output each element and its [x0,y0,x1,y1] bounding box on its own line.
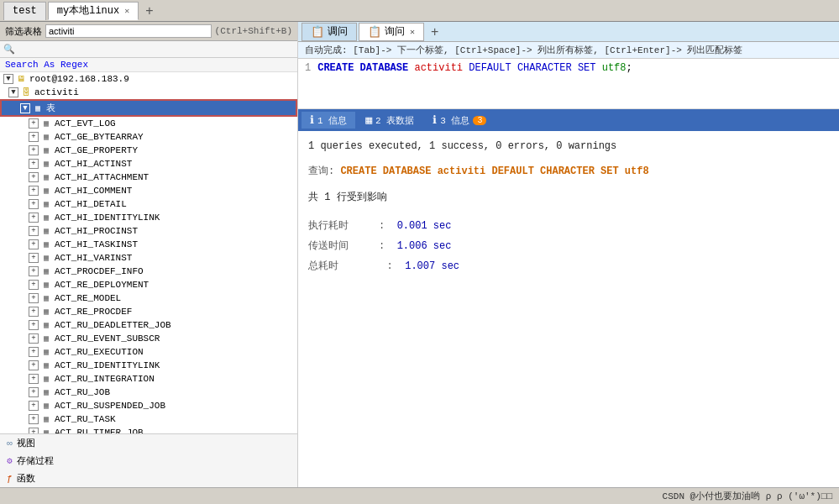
query-tab-2[interactable]: 📋 询问 ✕ [359,23,424,41]
table-icon-17: ▦ [40,346,52,358]
filter-icon: 🔍 [3,44,15,55]
result-query-sql-text: CREATE DATABASE activiti DEFAULT CHARACT… [340,165,648,177]
table-expander-22: + [29,414,39,424]
filter-bar: 筛选表格 (Ctrl+Shift+B) [0,22,297,41]
table-icon-14: ▦ [40,306,52,318]
table-icon-2: ▦ [40,144,52,156]
table-label-13: ACT_RE_MODEL [55,293,121,303]
table-list: + ▦ ACT_EVT_LOG + ▦ ACT_GE_BYTEARRAY + ▦… [0,117,297,433]
tree-node-table-16[interactable]: + ▦ ACT_RU_EVENT_SUBSCR [0,332,297,345]
tree-node-table-1[interactable]: + ▦ ACT_GE_BYTEARRAY [0,130,297,144]
result-area: ℹ 1 信息 ▦ 2 表数据 ℹ 3 信息 3 1 queries execut… [298,109,839,487]
tree-node-table-17[interactable]: + ▦ ACT_RU_EXECUTION [0,345,297,359]
table-icon-15: ▦ [40,319,52,331]
table-label-22: ACT_RU_TASK [55,414,116,424]
table-label-11: ACT_PROCDEF_INFO [55,266,144,276]
main-content: 筛选表格 (Ctrl+Shift+B) 🔍 Search As Regex ▼ … [0,22,839,487]
result-summary: 1 queries executed, 1 success, 0 errors,… [308,138,829,156]
result-content: 1 queries executed, 1 success, 0 errors,… [298,131,839,487]
table-icon-11: ▦ [40,265,52,277]
result-affected-row: 共 1 行受到影响 [308,189,829,207]
query-tab-1-label: 调问 [328,24,348,39]
query-tab-add-button[interactable]: + [426,24,443,39]
tab-test[interactable]: test [3,2,46,20]
tree-node-table-12[interactable]: + ▦ ACT_RE_DEPLOYMENT [0,278,297,291]
tree-node-table-20[interactable]: + ▦ ACT_RU_JOB [0,386,297,399]
autocomplete-hint: 自动完成: [Tab]-> 下一个标签, [Ctrl+Space]-> 列出所有… [305,45,742,55]
result-transfer-sep: : [354,240,391,252]
tree-node-table-6[interactable]: + ▦ ACT_HI_DETAIL [0,197,297,211]
table-icon-10: ▦ [40,252,52,264]
query-tab-2-close[interactable]: ✕ [410,27,415,37]
tree-node-table-22[interactable]: + ▦ ACT_RU_TASK [0,412,297,426]
table-icon-19: ▦ [40,373,52,385]
tree-node-table-3[interactable]: + ▦ ACT_HI_ACTINST [0,157,297,171]
tree-node-table-23[interactable]: + ▦ ACT_RU_TIMER_JOB [0,426,297,433]
result-query-row: 查询: CREATE DATABASE activiti DEFAULT CHA… [308,163,829,181]
result-total-label: 总耗时 [308,260,338,272]
tree-node-table-9[interactable]: + ▦ ACT_HI_TASKINST [0,238,297,251]
query-tab-2-label: 询问 [385,24,405,39]
result-total-sep: : [344,260,399,272]
function-icon: ƒ [7,474,13,484]
result-tab-bar: ℹ 1 信息 ▦ 2 表数据 ℹ 3 信息 3 [298,109,839,131]
table-label-7: ACT_HI_IDENTITYLINK [55,213,160,223]
table-expander-5: + [29,186,39,196]
tab-linux[interactable]: my本地linux ✕ [48,2,139,20]
status-text: CSDN @小付也要加油哟 ρ ρ ('ω'*)□□ [663,490,832,502]
table-icon-1: ▦ [40,131,52,143]
sql-create: CREATE DATABASE [317,62,408,74]
tree-node-table-4[interactable]: + ▦ ACT_HI_ATTACHMENT [0,171,297,184]
sql-semi: ; [627,62,632,74]
main-tab-bar: test my本地linux ✕ + [0,0,839,22]
tree-node-db[interactable]: ▼ 🗄 activiti [0,86,297,99]
procedure-icon: ⚙ [7,455,13,466]
tree-node-table-5[interactable]: + ▦ ACT_HI_COMMENT [0,184,297,197]
tree-node-table-14[interactable]: + ▦ ACT_RE_PROCDEF [0,305,297,318]
table-label-17: ACT_RU_EXECUTION [55,347,144,357]
tree-node-table-18[interactable]: + ▦ ACT_RU_IDENTITYLINK [0,359,297,372]
tab-test-label: test [13,5,37,17]
tree-node-table-group[interactable]: ▼ ▦ 表 [0,99,297,117]
table-expander-21: + [29,401,39,411]
table-label-6: ACT_HI_DETAIL [55,199,127,209]
table-expander-2: + [29,145,39,155]
left-bottom-procedure[interactable]: ⚙ 存储过程 [0,452,297,470]
tree-node-table-11[interactable]: + ▦ ACT_PROCDEF_INFO [0,265,297,278]
query-editor[interactable]: 1CREATE DATABASE activiti DEFAULT CHARAC… [298,59,839,109]
tree-node-table-21[interactable]: + ▦ ACT_RU_SUSPENDED_JOB [0,399,297,412]
tree-node-root[interactable]: ▼ 🖥 root@192.168.183.9 [0,72,297,86]
table-expander-7: + [29,213,39,223]
result-tab-info2-label: 3 信息 [440,114,469,127]
table-label-2: ACT_GE_PROPERTY [55,145,138,155]
table-expander-13: + [29,293,39,303]
query-tab-1[interactable]: 📋 调问 [302,23,357,41]
tree-node-table-15[interactable]: + ▦ ACT_RU_DEADLETTER_JOB [0,318,297,332]
result-tab-tabledata-label: 2 表数据 [375,114,414,127]
table-icon-3: ▦ [40,158,52,170]
left-bottom-view[interactable]: ∞ 视图 [0,434,297,452]
tree-node-table-7[interactable]: + ▦ ACT_HI_IDENTITYLINK [0,211,297,224]
result-exectime-value: 0.001 sec [397,220,452,232]
tab-linux-close[interactable]: ✕ [124,6,129,16]
tree-node-table-0[interactable]: + ▦ ACT_EVT_LOG [0,117,297,130]
table-label-20: ACT_RU_JOB [55,387,110,397]
search-regex-link[interactable]: Search As Regex [0,58,297,72]
new-tab-button[interactable]: + [140,3,158,18]
tree-node-table-2[interactable]: + ▦ ACT_GE_PROPERTY [0,144,297,157]
sql-character: CHARACTER SET [517,62,596,74]
tree-node-table-8[interactable]: + ▦ ACT_HI_PROCINST [0,224,297,238]
result-tab-info[interactable]: ℹ 1 信息 [302,112,355,129]
table-expander-14: + [29,307,39,317]
filter-input[interactable] [45,24,212,38]
tree-node-table-10[interactable]: + ▦ ACT_HI_VARINST [0,251,297,265]
result-tab-tabledata[interactable]: ▦ 2 表数据 [357,112,422,129]
table-icon-7: ▦ [40,212,52,223]
result-tab-info2[interactable]: ℹ 3 信息 3 [424,112,495,129]
left-bottom-function[interactable]: ƒ 函数 [0,470,297,487]
result-exectime-sep: : [354,220,391,232]
tree-node-table-19[interactable]: + ▦ ACT_RU_INTEGRATION [0,372,297,386]
table-expander-23: + [29,428,39,433]
tree-node-table-13[interactable]: + ▦ ACT_RE_MODEL [0,291,297,305]
status-bar: CSDN @小付也要加油哟 ρ ρ ('ω'*)□□ [0,487,839,504]
